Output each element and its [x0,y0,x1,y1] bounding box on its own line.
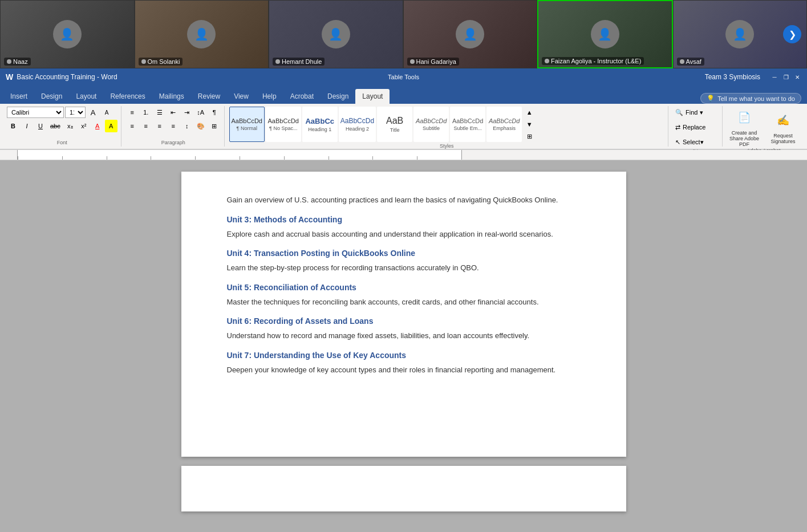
participant-name-1: Naaz [4,58,31,66]
grow-font-button[interactable]: A [87,106,99,119]
align-center-button[interactable]: ≡ [140,120,152,132]
unit6-body[interactable]: Understand how to record and manage fixe… [227,330,581,342]
align-right-button[interactable]: ≡ [153,120,166,132]
style-no-spacing[interactable]: AaBbCcDd ¶ No Spac... [266,107,301,142]
intro-text[interactable]: Gain an overview of U.S. accounting prac… [227,194,581,206]
shading-button[interactable]: 🎨 [194,120,207,132]
video-tile-1[interactable]: 👤 Naaz [0,0,135,68]
bullets-button[interactable]: ≡ [126,106,139,119]
align-left-button[interactable]: ≡ [126,120,139,132]
pdf-icon: 📄 [738,111,751,124]
style-emphasis[interactable]: AaBbCcDd Emphasis [486,107,522,142]
tab-layout2[interactable]: Layout [355,89,390,104]
style-heading1[interactable]: AaBbCc Heading 1 [302,107,338,142]
tab-layout[interactable]: Layout [69,89,103,104]
document-page: Gain an overview of U.S. accounting prac… [181,172,626,457]
find-button[interactable]: 🔍 Find▾ [673,106,719,119]
style-title[interactable]: AaB Title [377,107,412,142]
create-pdf-button[interactable]: 📄 [727,106,761,129]
bold-button[interactable]: B [7,120,19,132]
avatar-4: 👤 [456,20,484,48]
replace-button[interactable]: ⇄ Replace [673,121,719,133]
style-subtitle[interactable]: AaBbCcDd Subtitle [413,107,449,142]
tab-references[interactable]: References [103,89,152,104]
mic-icon-2 [141,59,146,64]
line-spacing-button[interactable]: ↕ [181,120,193,132]
unit3-heading[interactable]: Unit 3: Methods of Accounting [227,215,581,224]
unit3-body[interactable]: Explore cash and accrual basis accountin… [227,229,581,240]
adobe-group: 📄 Create and Share Adobe PDF ✍ Request S… [724,106,804,147]
section-unit7: Unit 7: Understanding the Use of Key Acc… [227,351,581,376]
font-color-button[interactable]: A [91,120,104,132]
tab-review[interactable]: Review [191,89,227,104]
tab-view[interactable]: View [227,89,256,104]
select-button[interactable]: ↖ Select▾ [673,136,719,148]
font-family-select[interactable]: Calibri [7,107,64,118]
styles-scroll-down[interactable]: ▼ [523,118,536,130]
style-normal[interactable]: AaBbCcDd ¶ Normal [229,107,265,142]
request-signatures-button[interactable]: ✍ [766,109,800,132]
show-formatting-button[interactable]: ¶ [208,106,221,119]
tell-me-box[interactable]: 💡 Tell me what you want to do [700,93,801,104]
close-button[interactable]: ✕ [793,73,801,81]
tab-mailings[interactable]: Mailings [152,89,191,104]
sort-button[interactable]: ↕A [194,106,207,119]
table-tools-label: Table Tools [388,74,419,80]
subscript-button[interactable]: x₂ [64,120,76,132]
video-tile-2[interactable]: 👤 Om Solanki [135,0,269,68]
participant-name-3: Hemant Dhule [273,58,325,66]
next-participant-arrow[interactable]: ❯ [783,25,801,43]
styles-gallery: AaBbCcDd ¶ Normal AaBbCcDd ¶ No Spac... … [229,107,522,142]
unit5-body[interactable]: Master the techniques for reconciling ba… [227,297,581,308]
tab-acrobat[interactable]: Acrobat [283,89,321,104]
borders-button[interactable]: ⊞ [208,120,221,132]
style-subtle-emphasis[interactable]: AaBbCcDd Subtle Em... [450,107,485,142]
mic-icon-1 [7,59,11,64]
shrink-font-button[interactable]: A [100,106,113,119]
mic-icon-4 [410,59,415,64]
increase-indent-button[interactable]: ⇥ [181,106,193,119]
italic-button[interactable]: I [21,120,33,132]
video-tile-4[interactable]: 👤 Hani Gadariya [403,0,538,68]
editing-group: 🔍 Find▾ ⇄ Replace ↖ Select▾ Editing [670,106,723,147]
highlight-button[interactable]: A [105,120,117,132]
title-bar: W Basic Accounting Training - Word Table… [0,68,807,86]
unit4-body[interactable]: Learn the step-by-step process for recor… [227,262,581,274]
underline-button[interactable]: U [34,120,47,132]
superscript-button[interactable]: x² [78,120,90,132]
ribbon-content: Calibri 11 A A B I U abc x₂ x [0,104,807,149]
strikethrough-button[interactable]: abc [48,120,63,132]
restore-button[interactable]: ❐ [782,73,790,81]
avatar-2: 👤 [187,20,216,48]
unit6-heading[interactable]: Unit 6: Recording of Assets and Loans [227,316,581,326]
styles-group-label: Styles [229,143,664,150]
numbering-button[interactable]: 1. [140,106,152,119]
lightbulb-icon: 💡 [707,95,715,102]
mic-icon-3 [275,59,280,64]
minimize-button[interactable]: ─ [770,73,778,81]
unit7-body[interactable]: Deepen your knowledge of key account typ… [227,364,581,376]
section-unit6: Unit 6: Recording of Assets and Loans Un… [227,316,581,342]
unit4-heading[interactable]: Unit 4: Transaction Posting in QuickBook… [227,249,581,258]
avatar-6: 👤 [725,20,754,48]
styles-expand[interactable]: ⊞ [523,131,536,143]
styles-scroll-up[interactable]: ▲ [523,106,536,118]
signature-icon: ✍ [777,114,789,127]
style-heading2[interactable]: AaBbCcDd Heading 2 [339,107,376,142]
multilevel-list-button[interactable]: ☰ [153,106,166,119]
tab-design2[interactable]: Design [321,89,355,104]
decrease-indent-button[interactable]: ⇤ [167,106,180,119]
request-signatures-label: Request Signatures [766,133,800,144]
unit7-heading[interactable]: Unit 7: Understanding the Use of Key Acc… [227,351,581,360]
justify-button[interactable]: ≡ [167,120,180,132]
font-size-select[interactable]: 11 [65,107,86,118]
video-tile-5[interactable]: 👤 Faizan Agoliya - Instructor (L&E) [537,0,673,68]
video-tile-3[interactable]: 👤 Hemant Dhule [269,0,403,68]
avatar-5: 👤 [591,20,619,48]
replace-icon: ⇄ [675,124,680,131]
tab-help[interactable]: Help [256,89,283,104]
unit5-heading[interactable]: Unit 5: Reconciliation of Accounts [227,283,581,292]
document-area[interactable]: Gain an overview of U.S. accounting prac… [0,160,807,532]
tab-design[interactable]: Design [34,89,69,104]
tab-insert[interactable]: Insert [3,89,34,104]
